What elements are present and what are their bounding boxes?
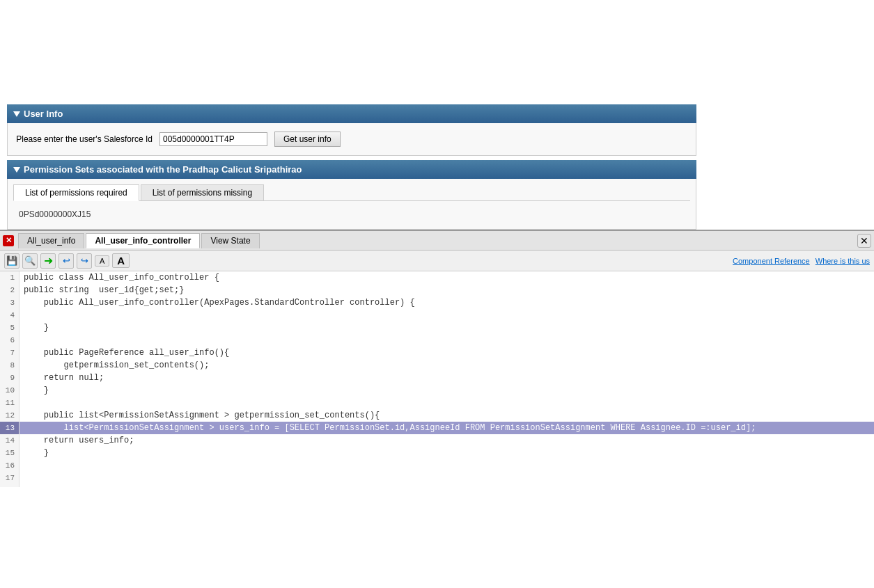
- reload-button[interactable]: ↪: [77, 253, 92, 269]
- line-content: [19, 459, 24, 472]
- console-tab-bar: ✕ All_user_info All_user_info_controller…: [0, 231, 874, 251]
- line-content: [19, 334, 24, 347]
- forward-button[interactable]: ➜: [40, 253, 56, 269]
- code-line: 6: [0, 334, 874, 347]
- line-content: return null;: [19, 372, 104, 384]
- line-content: }: [19, 384, 49, 397]
- tab-permissions-required[interactable]: List of permissions required: [13, 184, 139, 201]
- component-reference-link[interactable]: Component Reference: [733, 257, 810, 265]
- where-is-this-link[interactable]: Where is this us: [816, 257, 870, 265]
- line-content: public PageReference all_user_info(){: [19, 347, 229, 359]
- code-line: 5 }: [0, 321, 874, 334]
- line-number: 7: [0, 347, 19, 359]
- code-line: 11: [0, 397, 874, 409]
- code-line: 8 getpermission_set_contents();: [0, 359, 874, 372]
- line-number: 3: [0, 296, 19, 309]
- close-x-icon: ✕: [6, 236, 12, 245]
- line-number: 17: [0, 472, 19, 484]
- forward-icon: ➜: [44, 254, 53, 267]
- line-content: }: [19, 321, 49, 334]
- font-small-button[interactable]: A: [95, 255, 109, 267]
- console-close-button[interactable]: ✕: [3, 235, 14, 246]
- code-line: 17: [0, 472, 874, 484]
- code-editor[interactable]: 1public class All_user_info_controller {…: [0, 271, 874, 487]
- line-content: }: [19, 447, 49, 459]
- user-info-body: Please enter the user's Salesforce Id Ge…: [7, 123, 696, 156]
- top-spacer: [0, 0, 874, 104]
- search-button[interactable]: 🔍: [22, 253, 38, 269]
- line-number: 1: [0, 271, 19, 284]
- console-tab-controller[interactable]: All_user_info_controller: [86, 233, 200, 248]
- code-line: 4: [0, 309, 874, 321]
- code-line: 12 public list<PermissionSetAssignment >…: [0, 409, 874, 422]
- code-line: 13 list<PermissionSetAssignment > users_…: [0, 422, 874, 434]
- permission-sets-header: Permission Sets associated with the Prad…: [7, 160, 696, 179]
- salesforce-id-input[interactable]: [159, 132, 267, 146]
- line-number: 10: [0, 384, 19, 397]
- user-info-row: Please enter the user's Salesforce Id Ge…: [13, 129, 690, 150]
- code-line: 3 public All_user_info_controller(ApexPa…: [0, 296, 874, 309]
- line-number: 13: [0, 422, 19, 434]
- line-number: 14: [0, 434, 19, 447]
- collapse-triangle-2: [13, 167, 20, 173]
- line-number: 2: [0, 284, 19, 296]
- save-icon: 💾: [6, 255, 17, 266]
- console-toolbar: 💾 🔍 ➜ ↩ ↪ A A Component Reference Where …: [0, 251, 874, 271]
- line-number: 11: [0, 397, 19, 409]
- line-content: list<PermissionSetAssignment > users_inf…: [19, 422, 756, 434]
- line-content: public class All_user_info_controller {: [19, 271, 219, 284]
- console-tab-all-user-info[interactable]: All_user_info: [18, 233, 84, 248]
- code-line: 1public class All_user_info_controller {: [0, 271, 874, 284]
- line-content: [19, 472, 24, 484]
- line-number: 8: [0, 359, 19, 372]
- line-number: 15: [0, 447, 19, 459]
- line-content: public string user_id{get;set;}: [19, 284, 184, 296]
- font-large-button[interactable]: A: [112, 253, 130, 268]
- code-line: 15 }: [0, 447, 874, 459]
- back-icon: ↩: [63, 255, 70, 266]
- code-line: 18.: [0, 484, 874, 487]
- line-content: .: [19, 484, 29, 487]
- code-line: 2public string user_id{get;set;}: [0, 284, 874, 296]
- console-minimize-button[interactable]: ✕: [857, 234, 871, 248]
- line-content: [19, 309, 24, 321]
- permission-sets-panel: Permission Sets associated with the Prad…: [7, 160, 696, 230]
- permission-tabs: List of permissions required List of per…: [13, 184, 690, 201]
- code-line: 10 }: [0, 384, 874, 397]
- minimize-icon: ✕: [860, 235, 868, 246]
- permission-content: 0PSd0000000XJ15: [13, 205, 690, 223]
- code-line: 16: [0, 459, 874, 472]
- code-line: 7 public PageReference all_user_info(){: [0, 347, 874, 359]
- permission-value: 0PSd0000000XJ15: [16, 208, 687, 221]
- line-number: 18: [0, 484, 19, 487]
- line-number: 4: [0, 309, 19, 321]
- code-line: 14 return users_info;: [0, 434, 874, 447]
- collapse-triangle: [13, 111, 20, 117]
- permission-sets-body: List of permissions required List of per…: [7, 179, 696, 230]
- line-content: return users_info;: [19, 434, 134, 447]
- permission-sets-title: Permission Sets associated with the Prad…: [24, 164, 302, 175]
- user-info-panel: User Info Please enter the user's Salesf…: [7, 104, 696, 156]
- dev-console: ✕ All_user_info All_user_info_controller…: [0, 230, 874, 487]
- console-tab-view-state[interactable]: View State: [201, 233, 259, 248]
- line-content: public All_user_info_controller(ApexPage…: [19, 296, 415, 309]
- line-number: 16: [0, 459, 19, 472]
- user-info-header: User Info: [7, 104, 696, 123]
- toolbar-links: Component Reference Where is this us: [733, 257, 870, 265]
- reload-icon: ↪: [81, 255, 88, 266]
- code-line: 9 return null;: [0, 372, 874, 384]
- line-number: 12: [0, 409, 19, 422]
- line-content: [19, 397, 24, 409]
- get-user-info-button[interactable]: Get user info: [274, 132, 341, 147]
- line-content: public list<PermissionSetAssignment > ge…: [19, 409, 380, 422]
- line-number: 9: [0, 372, 19, 384]
- line-number: 5: [0, 321, 19, 334]
- user-info-title: User Info: [24, 109, 63, 119]
- search-icon: 🔍: [24, 255, 36, 266]
- tab-permissions-missing[interactable]: List of permissions missing: [141, 184, 264, 200]
- back-button[interactable]: ↩: [58, 253, 74, 269]
- line-content: getpermission_set_contents();: [19, 359, 209, 372]
- user-info-label: Please enter the user's Salesforce Id: [13, 134, 153, 144]
- save-button[interactable]: 💾: [4, 253, 19, 269]
- line-number: 6: [0, 334, 19, 347]
